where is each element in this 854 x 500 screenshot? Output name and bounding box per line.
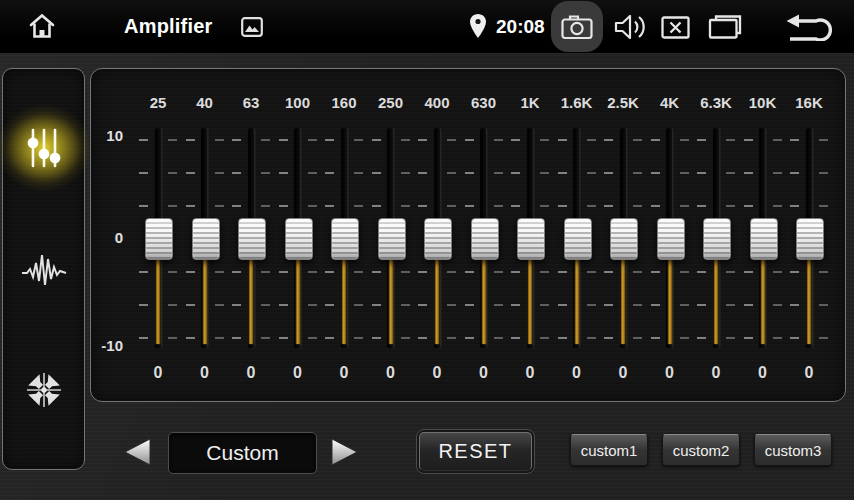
sidebar-item-sound-effect[interactable] xyxy=(3,217,84,321)
camera-icon xyxy=(561,14,593,40)
band-slider[interactable] xyxy=(321,128,367,348)
slider-fill xyxy=(668,258,672,344)
page-title: Amplifier xyxy=(124,0,212,53)
eq-band-column: 400 0 xyxy=(414,69,460,401)
custom2-button[interactable]: custom2 xyxy=(662,434,740,466)
back-icon[interactable] xyxy=(785,13,832,41)
band-slider[interactable] xyxy=(135,128,181,348)
scale-label-max: 10 xyxy=(91,127,123,144)
slider-knob[interactable] xyxy=(564,218,592,260)
slider-fill xyxy=(761,258,765,344)
slider-knob[interactable] xyxy=(192,218,220,260)
band-frequency-label: 63 xyxy=(228,94,274,114)
eq-band-column: 160 0 xyxy=(321,69,367,401)
band-slider[interactable] xyxy=(647,128,693,348)
slider-knob[interactable] xyxy=(471,218,499,260)
waveform-icon xyxy=(21,250,67,288)
band-frequency-label: 400 xyxy=(414,94,460,114)
band-frequency-label: 100 xyxy=(275,94,321,114)
home-icon[interactable] xyxy=(27,11,57,41)
slider-fill xyxy=(807,258,811,344)
band-slider[interactable] xyxy=(693,128,739,348)
band-slider[interactable] xyxy=(368,128,414,348)
scale-label-min: -10 xyxy=(91,337,123,354)
recent-windows-icon[interactable] xyxy=(707,14,743,40)
preset-next-button[interactable] xyxy=(328,436,360,468)
close-box-icon[interactable] xyxy=(661,16,690,39)
slider-fill xyxy=(482,258,486,344)
band-frequency-label: 6.3K xyxy=(693,94,739,114)
slider-knob[interactable] xyxy=(331,218,359,260)
picture-icon[interactable] xyxy=(241,17,263,37)
band-value-label: 0 xyxy=(368,364,414,384)
eq-band-column: 6.3K 0 xyxy=(693,69,739,401)
slider-knob[interactable] xyxy=(145,218,173,260)
band-frequency-label: 40 xyxy=(182,94,228,114)
band-slider[interactable] xyxy=(507,128,553,348)
band-frequency-label: 10K xyxy=(740,94,786,114)
scale-label-mid: 0 xyxy=(91,229,123,246)
slider-fill xyxy=(389,258,393,344)
sidebar-item-balance-fader[interactable] xyxy=(3,338,84,442)
eq-band-column: 100 0 xyxy=(275,69,321,401)
band-frequency-label: 1.6K xyxy=(554,94,600,114)
screenshot-button[interactable] xyxy=(551,1,603,52)
band-frequency-label: 25 xyxy=(135,94,181,114)
band-value-label: 0 xyxy=(182,364,228,384)
band-frequency-label: 1K xyxy=(507,94,553,114)
slider-knob[interactable] xyxy=(238,218,266,260)
slider-fill xyxy=(203,258,207,344)
custom1-button[interactable]: custom1 xyxy=(570,434,648,466)
band-value-label: 0 xyxy=(321,364,367,384)
slider-fill xyxy=(575,258,579,344)
band-value-label: 0 xyxy=(461,364,507,384)
band-value-label: 0 xyxy=(600,364,646,384)
band-frequency-label: 160 xyxy=(321,94,367,114)
custom3-button[interactable]: custom3 xyxy=(754,434,832,466)
slider-knob[interactable] xyxy=(703,218,731,260)
band-slider[interactable] xyxy=(228,128,274,348)
eq-band-column: 630 0 xyxy=(461,69,507,401)
slider-fill xyxy=(296,258,300,344)
band-slider[interactable] xyxy=(461,128,507,348)
preset-label: Custom xyxy=(206,441,278,465)
band-value-label: 0 xyxy=(786,364,832,384)
slider-knob[interactable] xyxy=(796,218,824,260)
preset-selector[interactable]: Custom xyxy=(168,432,317,474)
slider-fill xyxy=(714,258,718,344)
band-slider[interactable] xyxy=(182,128,228,348)
band-slider[interactable] xyxy=(786,128,832,348)
slider-knob[interactable] xyxy=(750,218,778,260)
band-value-label: 0 xyxy=(228,364,274,384)
slider-knob[interactable] xyxy=(424,218,452,260)
slider-fill xyxy=(435,258,439,344)
band-slider[interactable] xyxy=(414,128,460,348)
eq-band-column: 250 0 xyxy=(368,69,414,401)
sidebar-item-equalizer[interactable] xyxy=(3,96,84,200)
equalizer-panel: 10 0 -10 25 0 40 xyxy=(90,68,846,402)
slider-knob[interactable] xyxy=(285,218,313,260)
band-slider[interactable] xyxy=(275,128,321,348)
eq-band-column: 25 0 xyxy=(135,69,181,401)
band-value-label: 0 xyxy=(507,364,553,384)
preset-prev-button[interactable] xyxy=(122,436,154,468)
slider-knob[interactable] xyxy=(378,218,406,260)
band-frequency-label: 16K xyxy=(786,94,832,114)
band-slider[interactable] xyxy=(740,128,786,348)
slider-knob[interactable] xyxy=(517,218,545,260)
amplifier-screen: Amplifier 20:08 xyxy=(0,0,854,500)
slider-knob[interactable] xyxy=(657,218,685,260)
eq-band-column: 1.6K 0 xyxy=(554,69,600,401)
reset-button[interactable]: RESET xyxy=(419,432,532,471)
band-frequency-label: 250 xyxy=(368,94,414,114)
volume-icon[interactable] xyxy=(614,13,649,41)
band-value-label: 0 xyxy=(647,364,693,384)
band-slider[interactable] xyxy=(554,128,600,348)
eq-band-column: 2.5K 0 xyxy=(600,69,646,401)
band-slider[interactable] xyxy=(600,128,646,348)
band-frequency-label: 630 xyxy=(461,94,507,114)
slider-fill xyxy=(342,258,346,344)
clock: 20:08 xyxy=(496,0,545,53)
slider-fill xyxy=(249,258,253,344)
slider-knob[interactable] xyxy=(610,218,638,260)
